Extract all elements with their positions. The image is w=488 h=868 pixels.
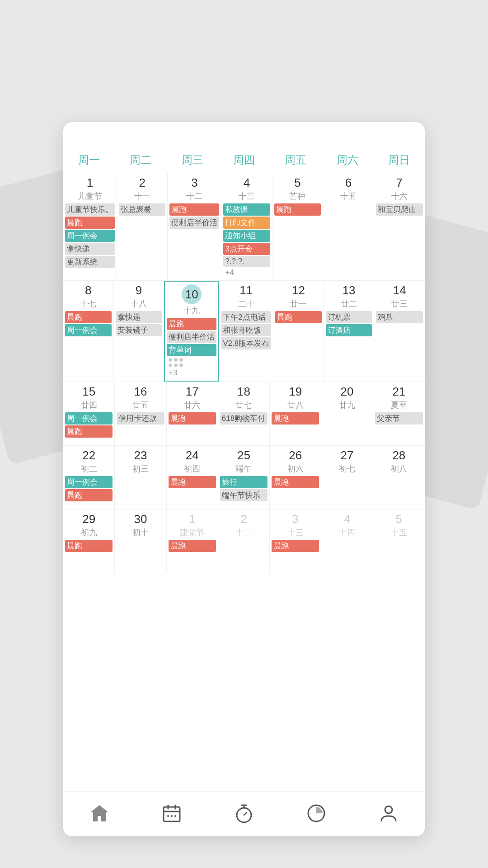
day-cell[interactable]: 21夏至父亲节 [373,382,425,445]
event-tag[interactable]: 周一例会 [65,476,113,488]
more-events-tag[interactable]: +4 [223,268,270,278]
event-tag[interactable]: 更新系统 [65,256,115,268]
event-tag[interactable]: 晨跑 [169,540,216,552]
day-cell[interactable]: 24初四晨跑 [167,446,218,509]
event-tag[interactable]: 晨跑 [169,203,219,216]
event-tag[interactable]: 订酒店 [326,324,372,336]
event-tag[interactable]: 打印文件 [223,217,270,229]
day-sub-label: 初七 [323,463,371,474]
day-cell[interactable]: 5十五 [373,509,425,573]
event-tag[interactable]: 私教课 [223,203,270,216]
event-tag[interactable]: 和宝贝爬山 [376,203,423,216]
day-cell[interactable]: 16廿五信用卡还款 [115,382,166,445]
event-tag[interactable]: ?.?.?. [223,256,270,267]
event-tag[interactable]: 安装镜子 [116,324,162,336]
day-cell[interactable]: 9十八拿快递安装镜子 [114,281,164,382]
day-cell[interactable]: 3十三晨跑 [270,509,321,573]
event-tag[interactable]: 晨跑 [272,476,319,488]
event-tag[interactable]: 晨跑 [272,540,319,552]
nav-profile[interactable] [378,802,399,826]
nav-timer[interactable] [233,802,255,826]
day-cell[interactable]: 6十五 [323,173,374,280]
event-tag[interactable]: 晨跑 [65,540,113,552]
event-tag[interactable]: 618购物车付 [220,412,267,425]
day-cell[interactable]: 19廿八晨跑 [270,382,321,445]
event-tag[interactable]: 背单词 [167,344,216,356]
day-cell[interactable]: 11二十下午2点电话和张哥吃饭V2.8版本发布 [219,281,273,382]
event-tag[interactable]: 晨跑 [272,412,319,425]
day-cell[interactable]: 5芒种晨跑 [272,173,323,280]
event-tag[interactable]: 鸡爪 [376,311,423,323]
day-sub-label: 建党节 [169,527,216,538]
day-cell[interactable]: 8十七晨跑周一例会 [63,281,114,382]
event-tag[interactable]: 晨跑 [169,412,216,425]
event-tag[interactable]: 拿快递 [65,243,115,255]
day-sub-label: 廿五 [117,400,164,410]
event-tag[interactable]: 通知小组 [223,230,270,242]
event-tag[interactable]: 订机票 [326,311,372,323]
day-sub-label: 初九 [65,527,113,538]
day-number: 12 [275,283,322,297]
event-tag[interactable]: 便利店半价活 [169,217,219,229]
event-tag[interactable]: 旅行 [220,476,267,488]
event-tag[interactable]: 周一例会 [65,412,113,425]
svg-line-10 [244,812,247,815]
event-tag[interactable]: 晨跑 [65,311,112,323]
day-cell[interactable]: 22初二周一例会晨跑 [63,446,115,509]
nav-stats[interactable] [305,802,327,826]
day-cell[interactable]: 2十一张总聚餐 [117,173,168,280]
calendar-header [63,136,425,147]
event-tag[interactable]: 儿童节快乐。 [65,203,115,216]
event-tag[interactable]: 晨跑 [65,425,113,438]
event-tag[interactable]: 晨跑 [65,489,113,501]
day-cell[interactable]: 14廿三鸡爪 [374,281,425,382]
day-number: 8 [65,283,112,297]
event-tag[interactable]: 下午2点电话 [221,311,271,323]
day-cell[interactable]: 29初九晨跑 [63,509,115,573]
day-cell[interactable]: 15廿四周一例会晨跑 [63,382,115,445]
day-number: 16 [117,385,164,399]
day-cell[interactable]: 18廿七618购物车付 [218,382,270,445]
day-sub-label: 初十 [117,527,164,538]
event-tag[interactable]: 晨跑 [275,311,322,323]
day-cell[interactable]: 7十六和宝贝爬山 [374,173,425,280]
day-cell[interactable]: 1建党节晨跑 [167,509,218,573]
day-cell[interactable]: 27初七 [321,446,373,509]
day-cell[interactable]: 13廿二订机票订酒店 [324,281,375,382]
more-events-tag[interactable]: +3 [167,368,216,378]
event-tag[interactable]: 晨跑 [274,203,321,216]
day-cell[interactable]: 26初六晨跑 [270,446,321,509]
nav-home[interactable] [89,802,110,826]
event-tag[interactable]: 父亲节 [375,412,423,425]
day-cell[interactable]: 12廿一晨跑 [273,281,324,382]
event-tag[interactable]: 周一例会 [65,324,112,336]
day-cell[interactable]: 10十九晨跑便利店半价活背单词+3 [164,281,219,382]
event-tag[interactable]: V2.8版本发布 [221,337,271,349]
event-tag[interactable]: 拿快递 [116,311,162,323]
day-number: 14 [376,283,423,297]
day-number: 15 [65,385,113,399]
day-sub-label: 初八 [375,463,423,474]
day-cell[interactable]: 25端午旅行端午节快乐 [218,446,270,509]
event-tag[interactable]: 信用卡还款 [117,412,164,425]
day-cell[interactable]: 4十四 [321,509,373,573]
event-tag[interactable]: 周一例会 [65,230,115,242]
day-cell[interactable]: 28初八 [373,446,425,509]
event-tag[interactable]: 张总聚餐 [119,203,165,216]
nav-calendar[interactable] [161,802,183,826]
event-tag[interactable]: 端午节快乐 [220,489,267,501]
day-cell[interactable]: 30初十 [115,509,166,573]
event-tag[interactable]: 晨跑 [167,318,216,330]
event-tag[interactable]: 和张哥吃饭 [221,324,271,336]
day-cell[interactable]: 2十二 [218,509,270,573]
day-cell[interactable]: 4十三私教课打印文件通知小组3点开会?.?.?.+4 [221,173,272,280]
day-cell[interactable]: 20廿九 [321,382,373,445]
event-tag[interactable]: 3点开会 [223,243,270,255]
day-cell[interactable]: 1儿童节儿童节快乐。晨跑周一例会拿快递更新系统 [63,173,117,280]
event-tag[interactable]: 便利店半价活 [167,331,216,343]
event-tag[interactable]: 晨跑 [65,217,115,229]
event-tag[interactable]: 晨跑 [169,476,216,488]
day-cell[interactable]: 23初三 [115,446,166,509]
day-cell[interactable]: 3十二晨跑便利店半价活 [168,173,221,280]
day-cell[interactable]: 17廿六晨跑 [167,382,218,445]
